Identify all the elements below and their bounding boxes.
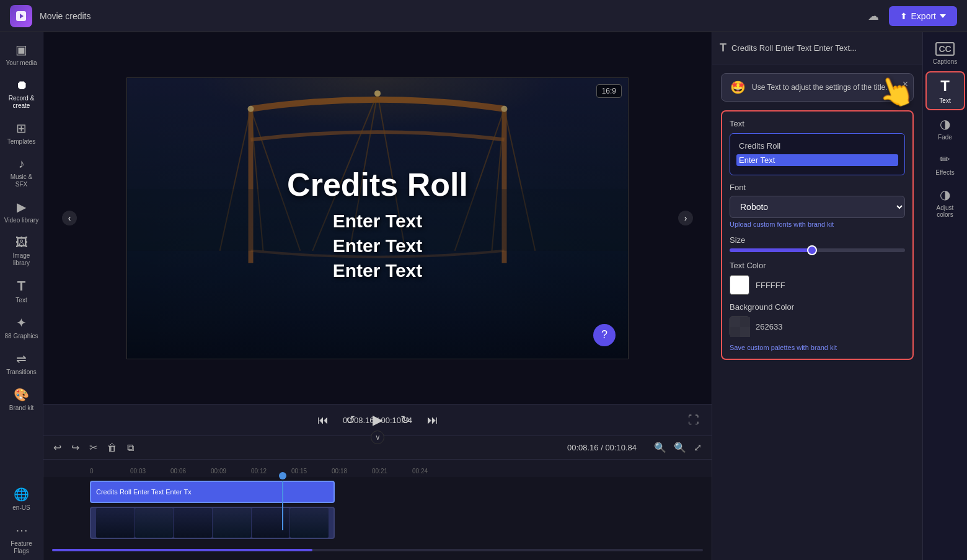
- app-logo: [10, 5, 32, 27]
- text-icon: T: [17, 278, 25, 294]
- delete-button[interactable]: 🗑: [105, 441, 120, 455]
- tooltip-box: 🤩 Use Text to adjust the settings of the…: [721, 73, 914, 102]
- record-icon: ⏺: [15, 78, 28, 92]
- preview-prev-arrow[interactable]: ‹: [62, 211, 77, 225]
- sidebar-item-transitions[interactable]: ⇌ Transitions: [2, 346, 42, 381]
- adjust-colors-icon: ◑: [940, 187, 950, 202]
- right-panel: T Credits Roll Enter Text Enter Text... …: [712, 32, 922, 560]
- font-select-dropdown[interactable]: Roboto: [730, 196, 905, 218]
- sidebar-label-record: Record &create: [9, 95, 35, 110]
- text-color-hex: FFFFFF: [756, 281, 785, 290]
- video-clip[interactable]: [90, 507, 335, 539]
- save-palette-link[interactable]: Save custom palettes with brand kit: [730, 344, 905, 351]
- font-label: Font: [730, 183, 905, 192]
- text-clip[interactable]: Credits Roll Enter Text Enter Tx: [90, 481, 335, 503]
- far-right-item-effects[interactable]: ✏ Effects: [925, 147, 965, 181]
- text-input-area[interactable]: Credits Roll Enter Text: [730, 133, 905, 175]
- sidebar-label-video-library: Video library: [4, 217, 38, 224]
- size-slider[interactable]: [730, 248, 905, 252]
- far-right-item-text[interactable]: T Text: [925, 71, 965, 110]
- timeline: ↩ ↪ ✂ 🗑 ⧉ 00:08.16 / 00:10.84 🔍 🔍 ⤢ 0 00…: [43, 436, 712, 560]
- redo-button[interactable]: ↪: [69, 440, 82, 455]
- ruler-mark-9: 00:09: [211, 468, 251, 475]
- timecode-display: 00:08.16 / 00:10.84: [343, 416, 412, 425]
- far-right-sidebar: CC Captions T Text ◑ Fade ✏ Effects ◑ Ad…: [922, 32, 967, 560]
- playhead: [282, 481, 283, 530]
- adjust-colors-label: Adjust colors: [928, 204, 963, 218]
- sidebar-item-feature-flags[interactable]: ⋯ Feature Flags: [2, 518, 42, 560]
- sidebar-item-graphics[interactable]: ✦ 88 Graphics: [2, 310, 42, 345]
- zoom-in-button[interactable]: 🔍: [671, 440, 689, 455]
- far-right-item-captions[interactable]: CC Captions: [925, 37, 965, 70]
- video-credits-roll-text: Credits Roll: [287, 166, 468, 203]
- sidebar-item-record[interactable]: ⏺ Record &create: [2, 73, 42, 115]
- media-icon: ▣: [15, 42, 27, 57]
- timeline-scrollbar[interactable]: [52, 549, 703, 551]
- main-layout: ▣ Your media ⏺ Record &create ⊞ Template…: [0, 32, 967, 560]
- export-button[interactable]: ⬆ Export: [889, 6, 957, 26]
- far-right-item-fade[interactable]: ◑ Fade: [925, 112, 965, 146]
- video-library-icon: ▶: [17, 199, 26, 214]
- fullscreen-button[interactable]: ⛶: [688, 414, 699, 427]
- topbar: Movie credits ☁ ⬆ Export: [0, 0, 967, 32]
- sidebar-label-brand-kit: Brand kit: [9, 405, 33, 412]
- playhead-head: [279, 472, 286, 479]
- sidebar-item-language[interactable]: 🌐 en-US: [2, 482, 42, 517]
- center-area: Credits Roll Enter Text Enter Text Enter…: [43, 32, 712, 560]
- aspect-ratio-badge: 16:9: [596, 84, 622, 98]
- text-edit-section: Text Credits Roll Enter Text Font Roboto…: [721, 110, 914, 360]
- size-label: Size: [730, 235, 905, 245]
- undo-button[interactable]: ↩: [51, 440, 64, 455]
- language-icon: 🌐: [14, 487, 29, 502]
- sidebar-item-your-media[interactable]: ▣ Your media: [2, 37, 42, 72]
- sidebar-item-brand-kit[interactable]: 🎨 Brand kit: [2, 382, 42, 417]
- project-title: Movie credits: [40, 11, 868, 21]
- tooltip-close-button[interactable]: ×: [903, 79, 908, 90]
- text-line-credits-roll[interactable]: Credits Roll: [736, 140, 898, 152]
- font-select-row: Roboto: [730, 196, 905, 218]
- image-library-icon: 🖼: [15, 235, 28, 250]
- effects-label: Effects: [935, 169, 954, 176]
- sidebar-item-text[interactable]: T Text: [2, 273, 42, 309]
- right-panel-title: Credits Roll Enter Text Enter Text...: [731, 43, 857, 53]
- cut-button[interactable]: ✂: [87, 440, 100, 455]
- zoom-out-button[interactable]: 🔍: [651, 440, 669, 455]
- video-container: Credits Roll Enter Text Enter Text Enter…: [126, 77, 629, 359]
- text-line-enter-text[interactable]: Enter Text: [736, 154, 898, 166]
- sidebar-item-video-library[interactable]: ▶ Video library: [2, 195, 42, 229]
- size-section: Size: [730, 235, 905, 252]
- bg-color-swatch[interactable]: [730, 317, 749, 336]
- tooltip-text: Use Text to adjust the settings of the t…: [752, 82, 888, 93]
- duplicate-button[interactable]: ⧉: [125, 441, 136, 455]
- sidebar-item-music[interactable]: ♪ Music & SFX: [2, 152, 42, 193]
- svg-rect-21: [730, 317, 750, 337]
- captions-icon: CC: [935, 42, 954, 56]
- playback-controls: ⏮ ↺ ▶ ↻ ⏭ 00:08.16 / 00:10.84 ⛶ ∨: [43, 404, 712, 436]
- zoom-controls: 🔍 🔍 ⤢: [651, 440, 704, 455]
- ruler-mark-3: 00:03: [130, 468, 170, 475]
- fade-icon: ◑: [940, 116, 950, 131]
- text-color-label: Text Color: [730, 261, 905, 270]
- text-section-title: Text: [730, 119, 905, 128]
- preview-next-arrow[interactable]: ›: [678, 211, 693, 225]
- svg-point-15: [501, 105, 508, 112]
- expand-timeline-button[interactable]: ∨: [371, 431, 384, 444]
- help-button[interactable]: ?: [593, 324, 616, 346]
- captions-label: Captions: [933, 58, 957, 65]
- upload-font-link[interactable]: Upload custom fonts with brand kit: [730, 221, 905, 228]
- timeline-scrollbar-area: [43, 541, 712, 554]
- skip-forward-button[interactable]: ⏭: [425, 411, 441, 429]
- sidebar-item-templates[interactable]: ⊞ Templates: [2, 116, 42, 151]
- text-color-swatch[interactable]: [730, 275, 749, 295]
- skip-back-button[interactable]: ⏮: [315, 411, 331, 429]
- video-enter-text-lines: Enter Text Enter Text Enter Text: [333, 211, 422, 281]
- ruler-marks: 0 00:03 00:06 00:09 00:12 00:15 00:18 00…: [90, 468, 453, 475]
- far-right-item-adjust-colors[interactable]: ◑ Adjust colors: [925, 182, 965, 223]
- timeline-ruler: 0 00:03 00:06 00:09 00:12 00:15 00:18 00…: [43, 460, 712, 477]
- fit-button[interactable]: ⤢: [691, 440, 704, 455]
- svg-point-14: [374, 90, 381, 96]
- timeline-scrollbar-thumb: [52, 549, 312, 551]
- sidebar-item-image-library[interactable]: 🖼 Image library: [2, 230, 42, 272]
- video-track: [90, 507, 712, 539]
- text-panel: 🤩 Use Text to adjust the settings of the…: [712, 64, 922, 560]
